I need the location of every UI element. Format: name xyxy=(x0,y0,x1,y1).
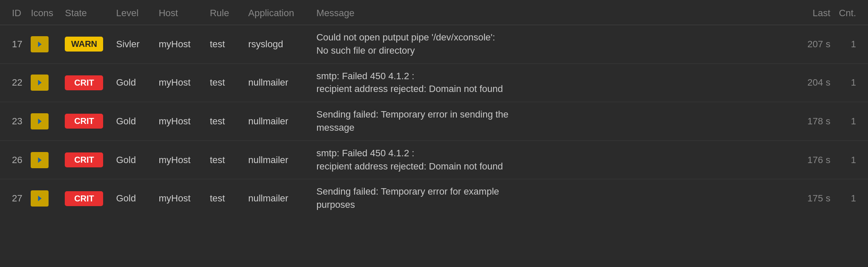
state-badge: CRIT xyxy=(65,75,103,90)
state-badge: WARN xyxy=(65,37,103,52)
cell-host: myHost xyxy=(154,25,205,64)
cell-rule: test xyxy=(205,25,244,64)
cell-last: 178 s xyxy=(788,102,835,141)
cell-id: 27 xyxy=(0,179,26,218)
cell-icons[interactable] xyxy=(26,102,61,141)
cell-state: CRIT xyxy=(61,141,112,179)
cell-application: nullmailer xyxy=(244,141,312,179)
cell-cnt: 1 xyxy=(835,102,868,141)
cell-host: myHost xyxy=(154,102,205,141)
table-row[interactable]: 23 CRITGoldmyHosttestnullmailerSending f… xyxy=(0,102,868,141)
cell-level: Gold xyxy=(112,141,154,179)
cell-message: Sending failed: Temporary error for exam… xyxy=(312,179,787,218)
cell-level: Gold xyxy=(112,179,154,218)
header-icons: Icons xyxy=(26,0,61,25)
cell-cnt: 1 xyxy=(835,25,868,64)
cell-id: 17 xyxy=(0,25,26,64)
table-row[interactable]: 26 CRITGoldmyHosttestnullmailersmtp: Fai… xyxy=(0,141,868,179)
cell-last: 176 s xyxy=(788,141,835,179)
cell-level: Sivler xyxy=(112,25,154,64)
header-level: Level xyxy=(112,0,154,25)
cell-message: Sending failed: Temporary error in sendi… xyxy=(312,102,787,141)
cell-application: nullmailer xyxy=(244,179,312,218)
cell-message: smtp: Failed 450 4.1.2 :recipient addres… xyxy=(312,63,787,102)
table-row[interactable]: 17 WARNSivlermyHosttestrsyslogdCould not… xyxy=(0,25,868,64)
arrow-right-icon[interactable] xyxy=(31,36,49,52)
cell-level: Gold xyxy=(112,63,154,102)
cell-application: nullmailer xyxy=(244,63,312,102)
cell-cnt: 1 xyxy=(835,141,868,179)
cell-rule: test xyxy=(205,179,244,218)
table-body: 17 WARNSivlermyHosttestrsyslogdCould not… xyxy=(0,25,868,218)
cell-icons[interactable] xyxy=(26,179,61,218)
cell-state: CRIT xyxy=(61,179,112,218)
cell-id: 23 xyxy=(0,102,26,141)
cell-host: myHost xyxy=(154,141,205,179)
header-last: Last xyxy=(788,0,835,25)
cell-last: 207 s xyxy=(788,25,835,64)
header-message: Message xyxy=(312,0,787,25)
cell-last: 204 s xyxy=(788,63,835,102)
header-rule: Rule xyxy=(205,0,244,25)
cell-state: WARN xyxy=(61,25,112,64)
cell-cnt: 1 xyxy=(835,63,868,102)
alerts-table-container: ID Icons State Level Host Rule Applicati… xyxy=(0,0,868,218)
cell-message: Could not open putput pipe '/dev/xconsol… xyxy=(312,25,787,64)
state-badge: CRIT xyxy=(65,152,103,167)
cell-application: nullmailer xyxy=(244,102,312,141)
cell-cnt: 1 xyxy=(835,179,868,218)
header-host: Host xyxy=(154,0,205,25)
header-id: ID xyxy=(0,0,26,25)
cell-message: smtp: Failed 450 4.1.2 :recipient addres… xyxy=(312,141,787,179)
cell-host: myHost xyxy=(154,179,205,218)
state-badge: CRIT xyxy=(65,114,103,129)
table-row[interactable]: 27 CRITGoldmyHosttestnullmailerSending f… xyxy=(0,179,868,218)
cell-rule: test xyxy=(205,141,244,179)
header-state: State xyxy=(61,0,112,25)
alerts-table: ID Icons State Level Host Rule Applicati… xyxy=(0,0,868,218)
cell-state: CRIT xyxy=(61,63,112,102)
cell-rule: test xyxy=(205,63,244,102)
cell-last: 175 s xyxy=(788,179,835,218)
cell-icons[interactable] xyxy=(26,25,61,64)
cell-id: 26 xyxy=(0,141,26,179)
arrow-right-icon[interactable] xyxy=(31,190,49,207)
table-row[interactable]: 22 CRITGoldmyHosttestnullmailersmtp: Fai… xyxy=(0,63,868,102)
cell-rule: test xyxy=(205,102,244,141)
arrow-right-icon[interactable] xyxy=(31,152,49,168)
cell-level: Gold xyxy=(112,102,154,141)
cell-host: myHost xyxy=(154,63,205,102)
table-header: ID Icons State Level Host Rule Applicati… xyxy=(0,0,868,25)
cell-state: CRIT xyxy=(61,102,112,141)
cell-application: rsyslogd xyxy=(244,25,312,64)
cell-icons[interactable] xyxy=(26,63,61,102)
header-cnt: Cnt. xyxy=(835,0,868,25)
arrow-right-icon[interactable] xyxy=(31,113,49,129)
state-badge: CRIT xyxy=(65,191,103,206)
cell-icons[interactable] xyxy=(26,141,61,179)
cell-id: 22 xyxy=(0,63,26,102)
header-application: Application xyxy=(244,0,312,25)
arrow-right-icon[interactable] xyxy=(31,75,49,91)
